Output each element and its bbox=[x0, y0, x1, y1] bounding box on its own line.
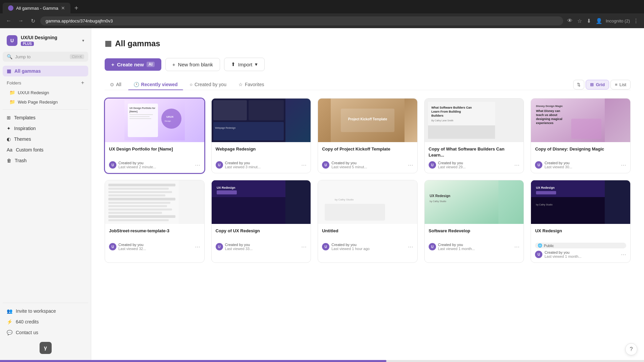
sidebar-divider-bottom bbox=[3, 303, 88, 303]
svg-text:experiences: experiences bbox=[536, 121, 553, 125]
tab-all[interactable]: ⊙ All bbox=[105, 79, 127, 90]
sidebar-item-invite[interactable]: 👥 Invite to workspace bbox=[3, 306, 88, 316]
card-title: Copy of What Software Builders Can Learn… bbox=[429, 146, 520, 158]
sort-button[interactable]: ⇅ bbox=[573, 80, 584, 89]
sidebar-item-trash[interactable]: 🗑 Trash bbox=[3, 155, 88, 166]
help-button[interactable]: ? bbox=[625, 343, 637, 355]
list-view-button[interactable]: ≡ List bbox=[610, 80, 631, 89]
card-thumbnail: UX Redesign by Cathy Studio bbox=[531, 180, 630, 224]
card-time: Last viewed 30... bbox=[544, 165, 572, 169]
sidebar-item-contact[interactable]: 💬 Contact us bbox=[3, 327, 88, 338]
svg-text:by Cathy Studio: by Cathy Studio bbox=[335, 198, 354, 201]
public-badge: 🌐 Public bbox=[535, 243, 626, 248]
plus-icon-secondary: + bbox=[172, 62, 175, 67]
profile-icon[interactable]: 👤 bbox=[594, 16, 604, 25]
avatar: U bbox=[429, 161, 436, 169]
card-ux-redesign-public[interactable]: UX Redesign by Cathy Studio UX Redesign … bbox=[531, 180, 631, 263]
tab-favorites[interactable]: ☆ Favorites bbox=[233, 79, 270, 90]
card-more-button[interactable]: ⋯ bbox=[195, 162, 200, 168]
trash-icon: 🗑 bbox=[7, 158, 11, 163]
card-more-button[interactable]: ⋯ bbox=[195, 244, 200, 250]
eye-icon[interactable]: 👁 bbox=[566, 16, 574, 25]
new-from-blank-button[interactable]: + New from blank bbox=[165, 58, 220, 71]
svg-rect-38 bbox=[108, 205, 167, 207]
card-info: Created by you Last viewed 32... bbox=[118, 243, 146, 251]
svg-text:UX Redesign: UX Redesign bbox=[536, 186, 555, 189]
sidebar-item-custom-fonts[interactable]: Aa Custom fonts bbox=[3, 144, 88, 155]
create-new-button[interactable]: + Create new AI bbox=[105, 58, 161, 71]
search-placeholder: Jump to bbox=[15, 54, 67, 59]
refresh-button[interactable]: ↻ bbox=[28, 16, 38, 25]
card-body: UX Redesign 🌐 Public U Created by you La… bbox=[531, 224, 630, 262]
forward-button[interactable]: → bbox=[16, 16, 25, 25]
card-more-button[interactable]: ⋯ bbox=[621, 251, 626, 258]
card-more-button[interactable]: ⋯ bbox=[514, 162, 520, 168]
import-icon: ⬆ bbox=[231, 61, 235, 67]
card-more-button[interactable]: ⋯ bbox=[621, 162, 626, 168]
add-folder-button[interactable]: + bbox=[81, 80, 84, 86]
sidebar-item-credits[interactable]: ⚡ 640 credits bbox=[3, 316, 88, 327]
card-more-button[interactable]: ⋯ bbox=[301, 244, 307, 250]
sidebar-item-all-gammas[interactable]: ▦ All gammas bbox=[3, 66, 88, 76]
address-bar[interactable] bbox=[40, 16, 563, 25]
card-kickoff[interactable]: Project Kickoff Template Copy of Project… bbox=[318, 98, 418, 173]
svg-text:by Cathy Studio: by Cathy Studio bbox=[536, 203, 553, 206]
card-body: Copy of UX Redesign U Created by you Las… bbox=[212, 224, 311, 255]
menu-icon[interactable]: ⋮ bbox=[632, 16, 640, 25]
list-icon: ≡ bbox=[615, 82, 618, 87]
sidebar-bottom: 👥 Invite to workspace ⚡ 640 credits 💬 Co… bbox=[3, 300, 88, 358]
svg-rect-58 bbox=[531, 197, 605, 224]
card-software-redevelop[interactable]: UX Redesign by Cathy Studio Software Red… bbox=[424, 180, 524, 263]
card-author: Created by you bbox=[118, 161, 156, 165]
card-more-button[interactable]: ⋯ bbox=[408, 162, 413, 168]
avatar: U bbox=[429, 243, 436, 250]
sidebar-logo: γ bbox=[3, 338, 88, 358]
avatar: U bbox=[535, 161, 542, 169]
card-more-button[interactable]: ⋯ bbox=[514, 244, 520, 250]
avatar: U bbox=[535, 251, 542, 258]
search-shortcut: Ctrl+K bbox=[70, 54, 84, 59]
folder-ux-redesign[interactable]: 📁 UX/UI Redesign bbox=[3, 88, 88, 97]
card-ux-portfolio[interactable]: UX Design Portfolio for [Name] UI/UX Des… bbox=[105, 98, 205, 173]
card-meta: U Created by you Last viewed 30... ⋯ bbox=[535, 161, 626, 169]
folder-web-redesign[interactable]: 📁 Web Page Redesign bbox=[3, 97, 88, 107]
bottom-scrollbar[interactable] bbox=[0, 360, 644, 362]
card-body: Untitled U Created by you Last viewed 1 … bbox=[318, 224, 417, 255]
sidebar-item-templates[interactable]: ⊞ Templates bbox=[3, 112, 88, 123]
tab-recently-viewed[interactable]: 🕐 Recently viewed bbox=[128, 79, 183, 90]
card-author: Created by you bbox=[438, 243, 475, 247]
card-thumbnail: Webpage Redesign bbox=[212, 99, 311, 142]
card-more-button[interactable]: ⋯ bbox=[408, 244, 413, 250]
card-copy-ux[interactable]: UX Redesign Copy of UX Redesign U Create… bbox=[211, 180, 311, 263]
star-icon[interactable]: ☆ bbox=[576, 16, 583, 25]
card-untitled[interactable]: by Cathy Studio Untitled U Created by yo… bbox=[318, 180, 418, 263]
workspace-avatar: U bbox=[7, 35, 17, 46]
new-tab-button[interactable]: + bbox=[72, 3, 81, 13]
tab-close-btn[interactable]: ✕ bbox=[61, 5, 65, 11]
card-time: Last viewed 29... bbox=[438, 165, 466, 169]
invite-icon: 👥 bbox=[7, 308, 12, 314]
workspace-header[interactable]: U UX/UI Designing PLUS ▾ bbox=[3, 32, 88, 49]
tab-created-by-you[interactable]: ○ Created by you bbox=[184, 79, 232, 90]
card-user: U Created by you Last viewed 1 hour ago bbox=[322, 243, 370, 251]
custom-fonts-icon: Aa bbox=[7, 147, 12, 153]
browser-chrome: All gammas - Gamma ✕ + ← → ↻ 👁 ☆ ⬇ 👤 Inc… bbox=[0, 0, 644, 28]
card-disney[interactable]: Disney Design Magic What Disney can teac… bbox=[531, 98, 631, 173]
sidebar-item-inspiration[interactable]: ✦ Inspiration bbox=[3, 123, 88, 134]
themes-label: Themes bbox=[14, 136, 31, 142]
card-more-button[interactable]: ⋯ bbox=[301, 162, 307, 168]
card-webpage-redesign[interactable]: Webpage Redesign Webpage Redesign U Crea… bbox=[211, 98, 311, 173]
card-thumbnail: Disney Design Magic What Disney can teac… bbox=[531, 99, 630, 142]
card-software-builders[interactable]: What Software Builders Can Learn From Bu… bbox=[424, 98, 524, 173]
import-button[interactable]: ⬆ Import ▾ bbox=[224, 58, 265, 71]
card-jobstreet[interactable]: JobStreet-resume-template-3 U Created by… bbox=[105, 180, 205, 263]
active-tab[interactable]: All gammas - Gamma ✕ bbox=[3, 3, 70, 13]
card-body: Software Redevelop U Created by you Last… bbox=[425, 224, 524, 255]
search-box[interactable]: 🔍 Jump to Ctrl+K bbox=[3, 52, 88, 62]
back-button[interactable]: ← bbox=[4, 16, 13, 25]
card-thumbnail bbox=[105, 180, 204, 224]
sidebar-item-themes[interactable]: ◐ Themes bbox=[3, 134, 88, 144]
card-time: Last viewed 33... bbox=[225, 247, 253, 251]
download-icon[interactable]: ⬇ bbox=[585, 16, 592, 25]
grid-view-button[interactable]: ⊞ Grid bbox=[586, 80, 609, 89]
